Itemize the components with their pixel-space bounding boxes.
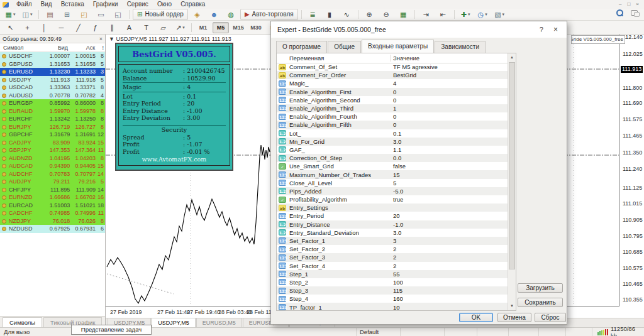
param-value[interactable]: 4 <box>391 80 508 87</box>
chat-icon[interactable] <box>631 10 639 16</box>
scrollbar[interactable]: ▲ ▼ <box>508 53 516 310</box>
scroll-up-icon[interactable]: ▲ <box>508 53 516 62</box>
param-row-Pips_Added[interactable]: 1.2Pips_Added-5.0 <box>277 187 508 195</box>
param-row-Enable_Algorithm_Second[interactable]: 123Enable_Algorithm_Second0 <box>277 96 508 104</box>
dialog-tab-Входные параметры[interactable]: Входные параметры <box>362 40 434 53</box>
bar-chart-button[interactable]: ≣ <box>305 9 321 20</box>
ea-name-label[interactable]: BestGride V05.005.000_free ☺ <box>571 35 625 44</box>
market-watch-row-CHFJPY[interactable]: CHFJPY111.895111.90914 <box>0 186 105 194</box>
channel-button[interactable]: ∥ <box>104 22 120 33</box>
chart-tab-1[interactable]: USDJPY,M5 <box>152 318 195 327</box>
market-watch-row-GBPCHF[interactable]: GBPCHF1.316791.3169112 <box>0 131 105 139</box>
cursor-button[interactable]: ↖ <box>3 22 18 33</box>
strategy-tester-button[interactable]: ◱ <box>110 9 126 20</box>
candlestick-chart-button[interactable]: ▮ <box>322 9 338 20</box>
market-watch-row-NZDJPY[interactable]: NZDJPY76.01876.0268 <box>0 217 105 225</box>
market-watch-button[interactable]: ▤ <box>42 9 58 20</box>
trendline-button[interactable]: ╱ <box>70 22 86 33</box>
param-row-Entry_Distance[interactable]: 1.2Entry_Distance-1.0 <box>277 220 508 229</box>
profiles-button[interactable]: ◫▾ <box>19 9 35 20</box>
market-watch-row-EURCAD[interactable]: EURCAD1.510031.5102118 <box>0 202 105 210</box>
minimize-icon[interactable]: – <box>619 0 621 9</box>
param-value[interactable]: 2 <box>391 263 508 269</box>
param-value[interactable]: 0.1 <box>391 130 508 137</box>
mql5-community-button[interactable]: ☻ <box>206 9 222 20</box>
chart-tab-2[interactable]: EURUSD,M5 <box>196 318 242 327</box>
market-watch-row-USDCHF[interactable]: USDCHF1.000071.000158 <box>0 52 105 60</box>
market-watch-row-CADJPY[interactable]: CADJPY83.90983.92415 <box>0 139 105 147</box>
restore-icon[interactable]: □ <box>627 0 630 9</box>
column-spread[interactable]: ! <box>95 45 105 51</box>
column-symbol[interactable]: Символ <box>0 45 40 51</box>
vertical-line-button[interactable]: │ <box>36 22 52 33</box>
fibonacci-button[interactable]: ƒ <box>87 22 103 33</box>
param-value[interactable]: 100 <box>391 279 508 286</box>
param-row-Enable_Algorithm_First[interactable]: 123Enable_Algorithm_First0 <box>277 88 508 96</box>
param-row-Entry_Period[interactable]: 123Entry_Period20 <box>277 212 508 220</box>
param-value[interactable]: false <box>391 163 508 170</box>
param-row-Step_1[interactable]: 123Step_155 <box>277 270 508 278</box>
param-value[interactable]: 0 <box>391 113 508 120</box>
text-button[interactable]: A <box>121 22 137 33</box>
close-icon[interactable]: × <box>551 25 560 34</box>
zoom-in-button[interactable]: ⊕ <box>362 9 377 20</box>
indicators-button[interactable]: ✚▾ <box>458 9 474 20</box>
param-row-Mn_For_Grid[interactable]: 1.2Mn_For_Grid3.0 <box>277 138 508 146</box>
param-value[interactable]: -5.0 <box>391 188 508 195</box>
param-row-Profitability_Algorithm[interactable]: ✓Profitability_Algorithmtrue <box>277 195 508 203</box>
autotrading-button[interactable]: ▶Авто-торговля <box>240 9 298 20</box>
load-button[interactable]: Загрузить <box>518 283 563 293</box>
param-row-Set_Factor_1[interactable]: 123Set_Factor_13 <box>277 237 508 245</box>
arrows-button[interactable]: ↗▾ <box>172 22 188 33</box>
menu-item-Окно[interactable]: Окно <box>153 0 176 9</box>
market-watch-row-EURCHF[interactable]: EURCHF1.132421.132508 <box>0 115 105 123</box>
close-icon[interactable]: × <box>99 36 103 42</box>
param-value[interactable]: 55 <box>391 271 508 278</box>
market-watch-row-CADCHF[interactable]: CADCHF0.749850.7499611 <box>0 209 105 217</box>
market-watch-row-EURNZD[interactable]: EURNZD1.666861.6670216 <box>0 193 105 202</box>
zoom-out-button[interactable]: ⊖ <box>379 9 394 20</box>
param-value[interactable]: 0 <box>391 89 508 95</box>
web-button[interactable]: ◍ <box>223 9 239 20</box>
param-value[interactable]: true <box>391 196 508 203</box>
column-value[interactable]: Значение <box>391 55 516 62</box>
timeframe-M30[interactable]: M30 <box>248 22 264 33</box>
menu-item-Вид[interactable]: Вид <box>36 0 57 9</box>
param-value[interactable]: BestGrid <box>391 72 508 79</box>
scrollbar-thumb[interactable] <box>509 62 515 269</box>
market-watch-row-AUDCAD[interactable]: AUDCAD0.943900.9440515 <box>0 162 105 170</box>
dialog-tab-О программе[interactable]: О программе <box>276 41 327 53</box>
param-row-Maximum_Number_Of_Trades[interactable]: 123Maximum_Number_Of_Trades15 <box>277 170 508 178</box>
param-value[interactable]: 1 <box>391 105 508 112</box>
metaeditor-button[interactable]: ◈ <box>189 9 205 20</box>
close-icon[interactable]: × <box>636 0 639 9</box>
param-row-Lot_[interactable]: 1.2Lot_0.1 <box>277 129 508 138</box>
param-row-Set_Factor_4[interactable]: 123Set_Factor_42 <box>277 262 508 270</box>
cancel-button[interactable]: Отмена <box>497 313 531 322</box>
terminal-button[interactable]: ▭ <box>93 9 109 20</box>
param-value[interactable]: 10 <box>391 304 508 310</box>
param-row-Correction_Of_Step[interactable]: 1.2Correction_Of_Step0.0 <box>277 154 508 162</box>
price-axis[interactable]: 112.140112.025111.913111.800111.690111.5… <box>619 35 644 306</box>
timeframe-M15[interactable]: M15 <box>230 22 247 33</box>
market-watch-row-AUDCHF[interactable]: AUDCHF0.707830.7079714 <box>0 170 105 178</box>
param-row-Set_Factor_3[interactable]: 123Set_Factor_32 <box>277 253 508 261</box>
param-row-Entry_Settings[interactable]: abEntry_Settings <box>277 203 508 212</box>
market-watch-row-USDCAD[interactable]: USDCAD1.333631.333718 <box>0 84 105 92</box>
market-watch-row-EURGBP[interactable]: EURGBP0.859920.860008 <box>0 99 105 107</box>
scroll-down-icon[interactable]: ▼ <box>508 302 516 310</box>
param-row-Magic_[interactable]: 123Magic_4 <box>277 79 508 87</box>
param-value[interactable]: TF M5 agressive <box>391 63 508 70</box>
shapes-button[interactable]: ▱ <box>155 22 171 33</box>
param-value[interactable]: 0 <box>391 121 508 128</box>
param-value[interactable]: 0 <box>391 97 508 104</box>
reset-button[interactable]: Сброс <box>535 313 566 322</box>
navigator-button[interactable]: ◰ <box>76 9 92 20</box>
param-row-Enable_Algorithm_Fourth[interactable]: 123Enable_Algorithm_Fourth0 <box>277 112 508 121</box>
new-chart-button[interactable]: ▦▾ <box>3 9 18 20</box>
market-watch-row-EURUSD[interactable]: EURUSD1.132301.132333 <box>0 68 105 76</box>
market-watch-row-GBPJPY[interactable]: GBPJPY147.353147.36411 <box>0 146 105 154</box>
param-row-Comment_For_Order[interactable]: abComment_For_OrderBestGrid <box>277 71 508 79</box>
dialog-tab-Зависимости[interactable]: Зависимости <box>435 41 486 53</box>
search-icon[interactable] <box>616 9 623 17</box>
